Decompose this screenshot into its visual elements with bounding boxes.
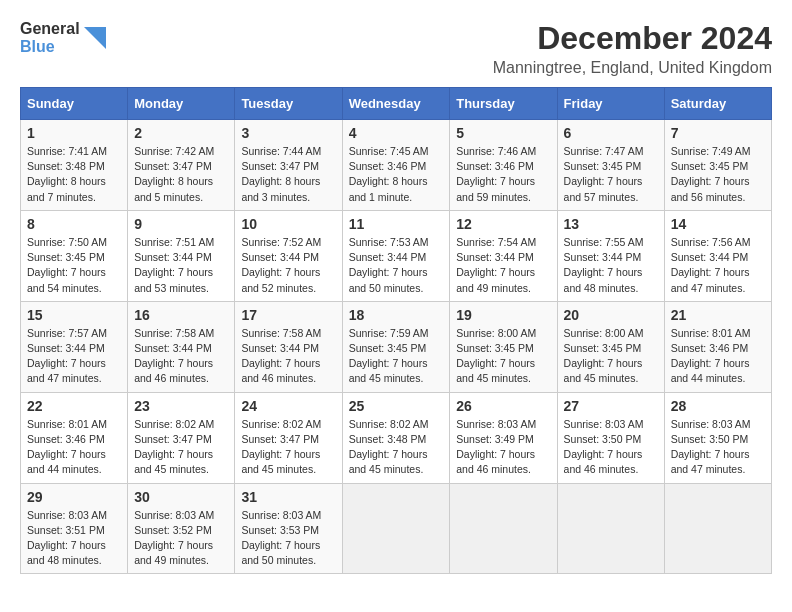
sunset-text: Sunset: 3:49 PM [456,433,534,445]
sunset-text: Sunset: 3:44 PM [241,342,319,354]
sunset-text: Sunset: 3:46 PM [349,160,427,172]
day-number: 22 [27,398,121,414]
sunset-text: Sunset: 3:50 PM [564,433,642,445]
calendar-cell: 8 Sunrise: 7:50 AM Sunset: 3:45 PM Dayli… [21,210,128,301]
calendar-header-monday: Monday [128,88,235,120]
calendar-week-row: 22 Sunrise: 8:01 AM Sunset: 3:46 PM Dayl… [21,392,772,483]
sunset-text: Sunset: 3:44 PM [456,251,534,263]
sunset-text: Sunset: 3:45 PM [27,251,105,263]
sunset-text: Sunset: 3:52 PM [134,524,212,536]
day-number: 18 [349,307,444,323]
calendar-week-row: 8 Sunrise: 7:50 AM Sunset: 3:45 PM Dayli… [21,210,772,301]
day-info: Sunrise: 8:00 AM Sunset: 3:45 PM Dayligh… [456,326,550,387]
calendar-cell: 5 Sunrise: 7:46 AM Sunset: 3:46 PM Dayli… [450,120,557,211]
sunrise-text: Sunrise: 7:55 AM [564,236,644,248]
daylight-text: Daylight: 7 hours and 44 minutes. [671,357,750,384]
sunset-text: Sunset: 3:46 PM [456,160,534,172]
daylight-text: Daylight: 8 hours and 3 minutes. [241,175,320,202]
logo-text: General Blue [20,20,80,55]
sunrise-text: Sunrise: 8:02 AM [134,418,214,430]
calendar-header-row: SundayMondayTuesdayWednesdayThursdayFrid… [21,88,772,120]
day-info: Sunrise: 7:54 AM Sunset: 3:44 PM Dayligh… [456,235,550,296]
calendar-week-row: 1 Sunrise: 7:41 AM Sunset: 3:48 PM Dayli… [21,120,772,211]
daylight-text: Daylight: 7 hours and 50 minutes. [349,266,428,293]
day-number: 21 [671,307,765,323]
sunrise-text: Sunrise: 7:52 AM [241,236,321,248]
sunset-text: Sunset: 3:45 PM [456,342,534,354]
day-number: 25 [349,398,444,414]
day-info: Sunrise: 7:51 AM Sunset: 3:44 PM Dayligh… [134,235,228,296]
sunrise-text: Sunrise: 7:42 AM [134,145,214,157]
day-info: Sunrise: 8:03 AM Sunset: 3:51 PM Dayligh… [27,508,121,569]
sunset-text: Sunset: 3:45 PM [564,160,642,172]
daylight-text: Daylight: 8 hours and 7 minutes. [27,175,106,202]
day-info: Sunrise: 7:59 AM Sunset: 3:45 PM Dayligh… [349,326,444,387]
day-info: Sunrise: 7:46 AM Sunset: 3:46 PM Dayligh… [456,144,550,205]
daylight-text: Daylight: 7 hours and 54 minutes. [27,266,106,293]
day-number: 29 [27,489,121,505]
daylight-text: Daylight: 7 hours and 59 minutes. [456,175,535,202]
sunset-text: Sunset: 3:53 PM [241,524,319,536]
sunrise-text: Sunrise: 8:02 AM [241,418,321,430]
daylight-text: Daylight: 7 hours and 56 minutes. [671,175,750,202]
calendar-cell: 2 Sunrise: 7:42 AM Sunset: 3:47 PM Dayli… [128,120,235,211]
calendar-cell [450,483,557,574]
sunrise-text: Sunrise: 8:03 AM [564,418,644,430]
sunrise-text: Sunrise: 7:56 AM [671,236,751,248]
calendar-cell: 10 Sunrise: 7:52 AM Sunset: 3:44 PM Dayl… [235,210,342,301]
daylight-text: Daylight: 7 hours and 45 minutes. [349,448,428,475]
calendar-header-thursday: Thursday [450,88,557,120]
day-info: Sunrise: 7:56 AM Sunset: 3:44 PM Dayligh… [671,235,765,296]
day-info: Sunrise: 8:01 AM Sunset: 3:46 PM Dayligh… [27,417,121,478]
daylight-text: Daylight: 7 hours and 49 minutes. [456,266,535,293]
calendar-cell: 15 Sunrise: 7:57 AM Sunset: 3:44 PM Dayl… [21,301,128,392]
sunset-text: Sunset: 3:46 PM [27,433,105,445]
sunrise-text: Sunrise: 7:46 AM [456,145,536,157]
calendar-cell: 7 Sunrise: 7:49 AM Sunset: 3:45 PM Dayli… [664,120,771,211]
calendar-header-tuesday: Tuesday [235,88,342,120]
day-number: 10 [241,216,335,232]
day-number: 20 [564,307,658,323]
day-number: 3 [241,125,335,141]
calendar-cell: 13 Sunrise: 7:55 AM Sunset: 3:44 PM Dayl… [557,210,664,301]
calendar-cell [557,483,664,574]
day-info: Sunrise: 8:03 AM Sunset: 3:53 PM Dayligh… [241,508,335,569]
title-area: December 2024 Manningtree, England, Unit… [493,20,772,77]
daylight-text: Daylight: 7 hours and 46 minutes. [456,448,535,475]
calendar-header-sunday: Sunday [21,88,128,120]
calendar-cell: 4 Sunrise: 7:45 AM Sunset: 3:46 PM Dayli… [342,120,450,211]
day-info: Sunrise: 7:52 AM Sunset: 3:44 PM Dayligh… [241,235,335,296]
day-info: Sunrise: 7:50 AM Sunset: 3:45 PM Dayligh… [27,235,121,296]
calendar-cell: 12 Sunrise: 7:54 AM Sunset: 3:44 PM Dayl… [450,210,557,301]
logo: General Blue [20,20,106,55]
day-number: 31 [241,489,335,505]
page-title: December 2024 [493,20,772,57]
sunrise-text: Sunrise: 7:57 AM [27,327,107,339]
sunset-text: Sunset: 3:44 PM [134,251,212,263]
day-info: Sunrise: 7:58 AM Sunset: 3:44 PM Dayligh… [241,326,335,387]
sunset-text: Sunset: 3:44 PM [671,251,749,263]
calendar-cell: 9 Sunrise: 7:51 AM Sunset: 3:44 PM Dayli… [128,210,235,301]
sunrise-text: Sunrise: 7:58 AM [134,327,214,339]
sunrise-text: Sunrise: 7:50 AM [27,236,107,248]
calendar-cell: 26 Sunrise: 8:03 AM Sunset: 3:49 PM Dayl… [450,392,557,483]
daylight-text: Daylight: 7 hours and 48 minutes. [27,539,106,566]
day-number: 8 [27,216,121,232]
sunset-text: Sunset: 3:51 PM [27,524,105,536]
sunrise-text: Sunrise: 7:54 AM [456,236,536,248]
sunrise-text: Sunrise: 7:45 AM [349,145,429,157]
day-info: Sunrise: 8:03 AM Sunset: 3:50 PM Dayligh… [564,417,658,478]
sunset-text: Sunset: 3:47 PM [241,433,319,445]
daylight-text: Daylight: 7 hours and 45 minutes. [349,357,428,384]
day-number: 9 [134,216,228,232]
sunrise-text: Sunrise: 7:49 AM [671,145,751,157]
daylight-text: Daylight: 8 hours and 1 minute. [349,175,428,202]
sunrise-text: Sunrise: 8:02 AM [349,418,429,430]
sunrise-text: Sunrise: 8:03 AM [671,418,751,430]
sunrise-text: Sunrise: 7:47 AM [564,145,644,157]
day-info: Sunrise: 8:02 AM Sunset: 3:47 PM Dayligh… [134,417,228,478]
calendar-header-saturday: Saturday [664,88,771,120]
calendar-header-wednesday: Wednesday [342,88,450,120]
daylight-text: Daylight: 7 hours and 46 minutes. [134,357,213,384]
daylight-text: Daylight: 7 hours and 46 minutes. [564,448,643,475]
